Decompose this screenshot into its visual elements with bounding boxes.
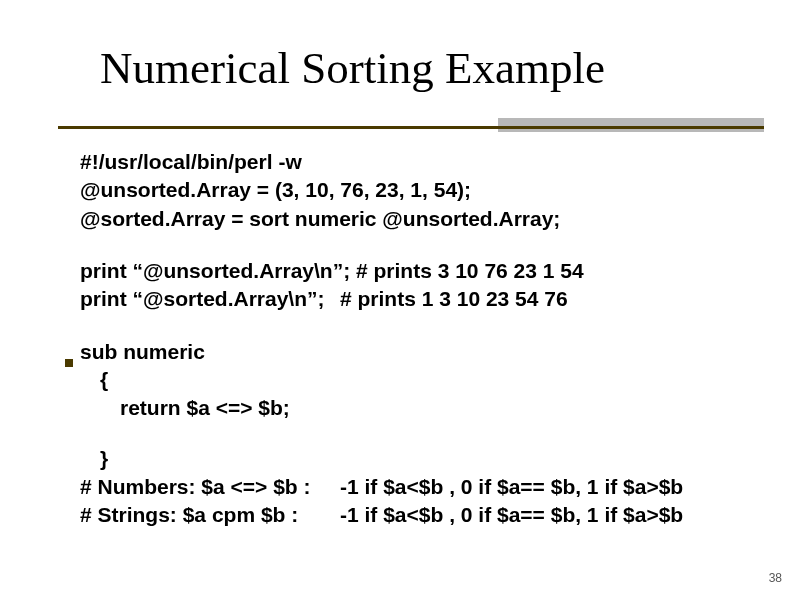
code-line: sub numeric <box>80 338 744 366</box>
code-line: return $a <=> $b; <box>80 394 744 422</box>
code-fragment: # Numbers: $a <=> $b : <box>80 473 340 501</box>
slide: Numerical Sorting Example #!/usr/local/b… <box>0 0 794 595</box>
code-fragment: -1 if $a<$b , 0 if $a== $b, 1 if $a>$b <box>340 501 744 529</box>
code-block-setup: #!/usr/local/bin/perl -w @unsorted.Array… <box>80 148 744 233</box>
code-fragment: # prints 1 3 10 23 54 76 <box>340 285 744 313</box>
code-line: # Strings: $a cpm $b : -1 if $a<$b , 0 i… <box>80 501 744 529</box>
code-block-sub: sub numeric { return $a <=> $b; } # Numb… <box>80 338 744 530</box>
code-fragment: print “@sorted.Array\n”; <box>80 285 340 313</box>
code-line: print “@sorted.Array\n”; # prints 1 3 10… <box>80 285 744 313</box>
bullet-icon <box>65 359 73 367</box>
slide-title: Numerical Sorting Example <box>100 42 605 94</box>
code-line: } <box>80 445 744 473</box>
rule-line <box>58 126 764 129</box>
code-line: print “@unsorted.Array\n”; # prints 3 10… <box>80 257 744 285</box>
blank-line <box>80 423 744 445</box>
code-line: { <box>80 366 744 394</box>
code-fragment: -1 if $a<$b , 0 if $a== $b, 1 if $a>$b <box>340 473 744 501</box>
code-line: # Numbers: $a <=> $b : -1 if $a<$b , 0 i… <box>80 473 744 501</box>
code-line: @sorted.Array = sort numeric @unsorted.A… <box>80 205 744 233</box>
slide-number: 38 <box>769 571 782 585</box>
slide-body: #!/usr/local/bin/perl -w @unsorted.Array… <box>80 148 744 530</box>
code-block-print: print “@unsorted.Array\n”; # prints 3 10… <box>80 257 744 314</box>
code-line: @unsorted.Array = (3, 10, 76, 23, 1, 54)… <box>80 176 744 204</box>
code-line: #!/usr/local/bin/perl -w <box>80 148 744 176</box>
code-fragment: # Strings: $a cpm $b : <box>80 501 340 529</box>
rule-highlight <box>498 118 764 132</box>
title-rule <box>58 118 764 134</box>
